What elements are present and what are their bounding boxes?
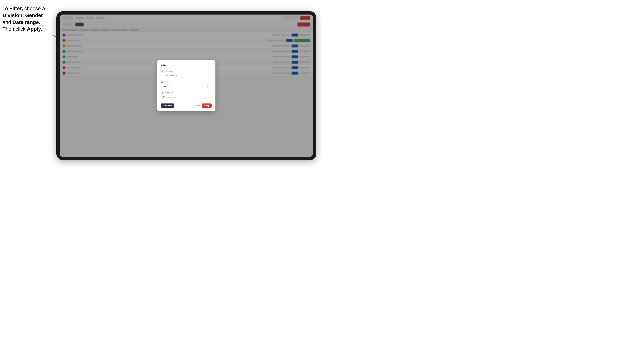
gender-selected-value: Men bbox=[162, 86, 166, 88]
date-range-section: Select Date range 📅 Pick a date bbox=[161, 92, 212, 100]
instruction-text: To Filter, choose a Division, Gender and… bbox=[2, 5, 55, 32]
date-range-input[interactable]: 📅 Pick a date bbox=[161, 95, 212, 100]
gender-label: Select gender bbox=[161, 81, 212, 83]
modal-title: Filter bbox=[161, 64, 168, 67]
tablet-frame: Filter × Select a division NCAA Division… bbox=[56, 11, 316, 160]
clear-filter-button[interactable]: Clear filter bbox=[161, 103, 174, 108]
gender-section: Select gender Men × ⌄ bbox=[161, 81, 212, 89]
modal-close-button[interactable]: × bbox=[208, 64, 212, 67]
cancel-button[interactable]: Cancel bbox=[194, 105, 200, 107]
division-chevron-icon: ⌄ bbox=[209, 75, 210, 77]
division-label: Select a division bbox=[161, 70, 212, 72]
date-range-label: Select Date range bbox=[161, 92, 212, 94]
date-placeholder-text: Pick a date bbox=[166, 96, 176, 99]
filter-modal: Filter × Select a division NCAA Division… bbox=[157, 60, 216, 111]
calendar-icon: 📅 bbox=[162, 96, 165, 98]
division-selected-value: NCAA Division I bbox=[162, 75, 177, 77]
modal-header: Filter × bbox=[161, 64, 212, 67]
modal-footer: Clear filter Cancel Apply bbox=[161, 103, 212, 108]
gender-chevron-icon: ⌄ bbox=[209, 86, 210, 87]
apply-button[interactable]: Apply bbox=[202, 103, 212, 108]
division-clear-icon[interactable]: × bbox=[207, 75, 208, 77]
modal-overlay: Filter × Select a division NCAA Division… bbox=[60, 14, 313, 157]
gender-select-controls: × ⌄ bbox=[207, 86, 210, 88]
division-select[interactable]: NCAA Division I × ⌄ bbox=[161, 73, 212, 78]
tablet-screen: Filter × Select a division NCAA Division… bbox=[60, 14, 313, 157]
division-select-controls: × ⌄ bbox=[207, 75, 210, 77]
gender-select[interactable]: Men × ⌄ bbox=[161, 84, 212, 89]
gender-clear-icon[interactable]: × bbox=[207, 86, 208, 88]
division-section: Select a division NCAA Division I × ⌄ bbox=[161, 70, 212, 78]
